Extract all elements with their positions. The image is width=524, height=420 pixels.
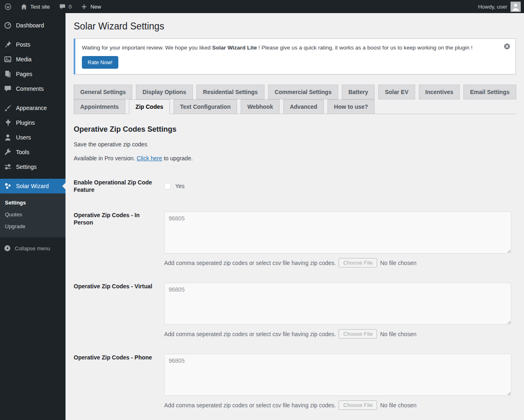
brush-icon <box>4 104 12 112</box>
zip-codes-textarea[interactable] <box>164 283 511 325</box>
tab-text-configuration[interactable]: Text Configuration <box>174 99 237 114</box>
admin-bar: W Test site 0 New Howdy, user <box>0 0 524 13</box>
dashboard-icon <box>4 21 12 29</box>
sidebar-item-users[interactable]: Users <box>0 130 66 145</box>
zip-row-hint-text: Add comma seperated zip codes or select … <box>164 331 336 337</box>
zip-row-operative-zip-codes-virtual: Operative Zip Codes - VirtualAdd comma s… <box>74 283 516 339</box>
current-menu-arrow <box>62 183 66 189</box>
zip-row-field: Add comma seperated zip codes or select … <box>164 354 516 410</box>
sidebar-item-appearance[interactable]: Appearance <box>0 101 66 115</box>
dismiss-notice-icon[interactable] <box>504 43 510 50</box>
avatar[interactable] <box>510 2 521 12</box>
svg-text:W: W <box>7 5 10 9</box>
tab-advanced[interactable]: Advanced <box>283 99 324 114</box>
comment-icon <box>4 85 12 93</box>
collapse-arrow-icon <box>4 245 11 252</box>
submenu-item-quotes[interactable]: Quotes <box>0 209 66 220</box>
sidebar-item-label: Tools <box>16 149 29 155</box>
zip-codes-textarea[interactable] <box>164 354 511 396</box>
sidebar-item-tools[interactable]: Tools <box>0 145 66 159</box>
review-notice: Waiting for your important review. We ho… <box>74 38 516 74</box>
main-content: Solar Wizard Settings Waiting for your i… <box>66 0 524 420</box>
zip-row-field: Add comma seperated zip codes or select … <box>164 211 516 267</box>
enable-zip-checkbox[interactable] <box>164 183 171 189</box>
collapse-menu-button[interactable]: Collapse menu <box>0 241 66 255</box>
admin-sidebar: DashboardPostsMediaPagesCommentsAppearan… <box>0 13 66 420</box>
plus-icon <box>81 3 88 10</box>
wordpress-logo-menu[interactable]: W <box>0 0 16 13</box>
site-name-menu[interactable]: Test site <box>16 0 54 13</box>
comment-bubble-icon <box>59 3 66 10</box>
sidebar-item-media[interactable]: Media <box>0 52 66 67</box>
sidebar-item-dashboard[interactable]: Dashboard <box>0 18 66 33</box>
zip-row-label: Operative Zip Codes - Virtual <box>74 283 164 339</box>
pro-text-before: Available in Pro version. <box>74 155 137 162</box>
file-chosen-status: No file chosen <box>380 331 416 337</box>
zip-row-description: Add comma seperated zip codes or select … <box>164 400 516 410</box>
sidebar-item-solar-wizard[interactable]: Solar Wizard <box>0 179 66 193</box>
page-title: Solar Wizard Settings <box>74 17 516 34</box>
comments-menu[interactable]: 0 <box>54 0 76 13</box>
tab-commercial-settings[interactable]: Commercial Settings <box>268 85 338 99</box>
tab-webhook[interactable]: Webhook <box>241 99 280 114</box>
tab-general-settings[interactable]: General Settings <box>74 85 132 99</box>
notice-plugin-name: Solar Wizard Lite <box>212 45 257 51</box>
choose-file-button[interactable]: Choose File <box>339 400 377 410</box>
zip-row-field: Add comma seperated zip codes or select … <box>164 283 516 339</box>
zip-codes-form: Enable Operational Zip Code Feature Yes … <box>74 179 516 410</box>
tab-incentives[interactable]: Incentives <box>419 85 460 99</box>
enable-zip-label: Enable Operational Zip Code Feature <box>74 179 164 193</box>
file-chosen-status: No file chosen <box>380 260 416 266</box>
choose-file-button[interactable]: Choose File <box>339 258 377 267</box>
user-icon <box>4 133 12 141</box>
sidebar-item-label: Dashboard <box>16 22 44 29</box>
collapse-menu-label: Collapse menu <box>15 245 50 252</box>
tab-row-1: General SettingsDisplay OptionsResidenti… <box>74 85 516 99</box>
upgrade-link[interactable]: Click here <box>137 155 162 162</box>
tab-appointments[interactable]: Appointments <box>74 99 125 114</box>
tab-solar-ev[interactable]: Solar EV <box>378 85 415 99</box>
submenu-item-settings[interactable]: Settings <box>0 197 66 209</box>
sidebar-item-label: Pages <box>16 71 32 77</box>
pages-icon <box>4 70 12 78</box>
zip-codes-textarea[interactable] <box>164 211 511 254</box>
section-heading: Operative Zip Codes Settings <box>74 125 516 134</box>
notice-text-after: ! Please give us a quick rating, it work… <box>257 45 473 51</box>
sidebar-item-settings[interactable]: Settings <box>0 159 66 174</box>
tab-zip-codes[interactable]: Zip Codes <box>129 99 170 114</box>
pro-text-after: to upgrade. <box>162 155 193 162</box>
solar-wizard-icon <box>4 182 12 190</box>
sidebar-item-label: Media <box>16 56 32 63</box>
tab-how-to-use[interactable]: How to use? <box>328 99 375 114</box>
tab-battery[interactable]: Battery <box>342 85 375 99</box>
zip-row-operative-zip-codes-phone: Operative Zip Codes - PhoneAdd comma sep… <box>74 354 516 410</box>
submenu-item-upgrade[interactable]: Upgrade <box>0 220 66 232</box>
sidebar-item-comments[interactable]: Comments <box>0 81 66 96</box>
rate-now-button[interactable]: Rate Now! <box>82 56 118 69</box>
choose-file-button[interactable]: Choose File <box>339 329 377 339</box>
sidebar-item-posts[interactable]: Posts <box>0 37 66 52</box>
section-subtitle: Save the operative zip codes <box>74 141 516 148</box>
review-notice-text: Waiting for your important review. We ho… <box>82 44 499 52</box>
sidebar-item-label: Comments <box>16 85 44 92</box>
sidebar-item-plugins[interactable]: Plugins <box>0 115 66 130</box>
zip-row-label: Operative Zip Codes - Phone <box>74 354 164 410</box>
sidebar-item-label: Posts <box>16 41 30 48</box>
notice-text-before: Waiting for your important review. We ho… <box>82 45 212 51</box>
zip-row-label: Operative Zip Codes - In Person <box>74 211 164 267</box>
new-content-menu[interactable]: New <box>76 0 106 13</box>
plugin-icon <box>4 119 12 127</box>
zip-code-rows: Operative Zip Codes - In PersonAdd comma… <box>74 211 516 410</box>
tab-email-settings[interactable]: Email Settings <box>463 85 516 99</box>
tab-bar: General SettingsDisplay OptionsResidenti… <box>74 85 516 114</box>
sidebar-item-label: Appearance <box>16 105 47 111</box>
comments-count: 0 <box>69 4 72 10</box>
howdy-user-link[interactable]: Howdy, user <box>478 4 507 10</box>
admin-bar-right: Howdy, user <box>478 2 524 12</box>
tab-display-options[interactable]: Display Options <box>136 85 193 99</box>
sidebar-item-pages[interactable]: Pages <box>0 67 66 81</box>
admin-menu: DashboardPostsMediaPagesCommentsAppearan… <box>0 18 66 174</box>
pin-icon <box>4 40 12 49</box>
pro-version-line: Available in Pro version. Click here to … <box>74 155 516 162</box>
tab-residential-settings[interactable]: Residential Settings <box>196 85 264 99</box>
